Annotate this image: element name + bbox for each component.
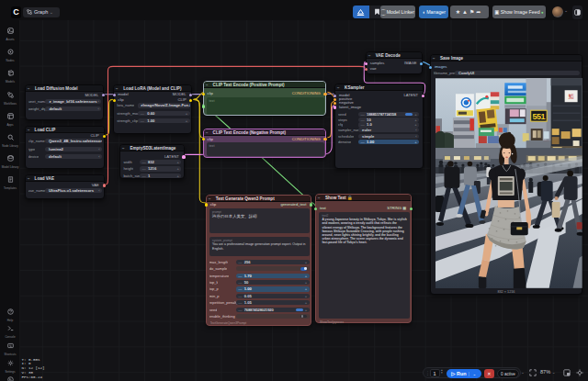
svg-text:551: 551 xyxy=(533,112,546,121)
svg-text:鮨: 鮨 xyxy=(569,93,574,100)
